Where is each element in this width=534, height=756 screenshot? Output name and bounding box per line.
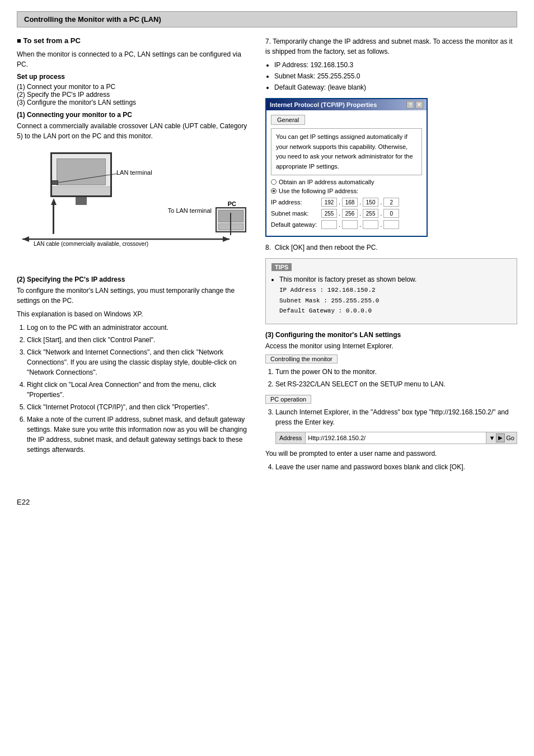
section2-note: This explanation is based on Windows XP. bbox=[17, 309, 252, 319]
step-1: Log on to the PC with an administrator a… bbox=[27, 323, 252, 333]
section1-body: Connect a commercially available crossov… bbox=[17, 121, 252, 141]
lan-terminal-label: LAN terminal bbox=[116, 169, 152, 176]
pc-step-3: Launch Internet Explorer, in the "Addres… bbox=[275, 407, 517, 444]
bullet-ip: IP Address: 192.168.150.3 bbox=[274, 60, 517, 70]
ip-octet-3[interactable]: 150 bbox=[363, 198, 378, 207]
address-bar[interactable]: Address Http://192.168.150.2/ ▼ ▶ Go bbox=[275, 432, 517, 444]
left-column: ■ To set from a PC When the monitor is c… bbox=[17, 36, 252, 475]
ip-input[interactable]: 192 . 168 . 150 . 2 bbox=[321, 198, 399, 207]
step-6: Make a note of the current IP address, s… bbox=[27, 414, 252, 455]
page-header: Controlling the Monitor with a PC (LAN) bbox=[17, 11, 517, 27]
subnet-label: Subnet mask: bbox=[271, 210, 321, 217]
tips-bullet: This monitor is factory preset as shown … bbox=[279, 274, 511, 316]
pc-label: PC bbox=[228, 200, 236, 207]
connection-diagram: LAN terminal PC To L bbox=[17, 147, 252, 270]
ip-label: IP address: bbox=[271, 199, 321, 206]
vert-line-pc bbox=[230, 213, 231, 235]
setup-step-2: (2) Specify the PC's IP address bbox=[17, 91, 252, 99]
radio-auto-label: Obtain an IP address automatically bbox=[279, 179, 374, 185]
step-2: Click [Start], and then click "Control P… bbox=[27, 335, 252, 345]
svg-marker-4 bbox=[22, 236, 29, 242]
dialog-close-btn[interactable]: ✕ bbox=[415, 101, 423, 109]
step7-body: Temporarily change the IP address and su… bbox=[265, 38, 513, 55]
setup-process-heading: Set up process bbox=[17, 73, 252, 81]
setup-step-3: (3) Configure the monitor's LAN settings bbox=[17, 99, 252, 106]
step-5: Click "Internet Protocol (TCP/IP)", and … bbox=[27, 402, 252, 412]
setup-step-1: (1) Connect your monitor to a PC bbox=[17, 83, 252, 91]
address-input[interactable]: Http://192.168.150.2/ bbox=[306, 432, 486, 444]
section1-heading: (1) Connecting your monitor to a PC bbox=[17, 111, 252, 119]
tips-list: This monitor is factory preset as shown … bbox=[279, 274, 511, 316]
step8-text: 8. Click [OK] and then reboot the PC. bbox=[265, 242, 517, 253]
step4-list: Leave the user name and password boxes b… bbox=[275, 462, 517, 472]
step7-bullets: IP Address: 192.168.150.3 Subnet Mask: 2… bbox=[274, 60, 517, 92]
subnet-octet-4[interactable]: 0 bbox=[383, 209, 399, 218]
tips-label: TIPS bbox=[271, 263, 292, 271]
radio-manual[interactable]: Use the following IP address: bbox=[271, 188, 422, 194]
ip-address-field: IP address: 192 . 168 . 150 . 2 bbox=[271, 198, 422, 207]
gw-octet-1[interactable] bbox=[321, 220, 337, 229]
lan-terminal-line bbox=[50, 147, 174, 203]
to-set-heading: ■ To set from a PC bbox=[17, 36, 252, 45]
dialog-body: General You can get IP settings assigned… bbox=[266, 110, 427, 236]
radio-manual-label: Use the following IP address: bbox=[279, 188, 358, 194]
step4-prompt: You will be prompted to enter a user nam… bbox=[265, 449, 517, 459]
tips-ip: IP Address : 192.168.150.2 bbox=[279, 287, 376, 293]
intro-text: When the monitor is connected to a PC, L… bbox=[17, 49, 252, 69]
svg-line-0 bbox=[58, 174, 118, 183]
section2-heading: (2) Specifying the PC's IP address bbox=[17, 276, 252, 283]
subnet-input[interactable]: 255 . 256 . 255 . 0 bbox=[321, 209, 399, 218]
dialog-help-btn[interactable]: ? bbox=[406, 101, 414, 109]
section2-steps: Log on to the PC with an administrator a… bbox=[27, 323, 252, 455]
vert-line-monitor bbox=[53, 202, 54, 234]
pc-operation-box: PC operation bbox=[265, 395, 311, 404]
go-button[interactable]: ▶ bbox=[496, 433, 505, 442]
dialog-tab-general[interactable]: General bbox=[271, 115, 305, 125]
dialog-title-buttons: ? ✕ bbox=[406, 101, 423, 109]
pc-operation-label: PC operation bbox=[270, 396, 306, 403]
dialog-titlebar: Internet Protocol (TCP/IP) Properties ? … bbox=[266, 99, 427, 110]
subnet-octet-1[interactable]: 255 bbox=[321, 209, 337, 218]
address-label: Address bbox=[276, 432, 306, 444]
address-go-area[interactable]: ▼ ▶ Go bbox=[486, 432, 517, 444]
step7-text: 7. Temporarily change the IP address and… bbox=[265, 36, 517, 57]
step8-body: Click [OK] and then reboot the PC. bbox=[275, 244, 378, 251]
ip-octet-4[interactable]: 2 bbox=[383, 198, 399, 207]
ip-octet-2[interactable]: 168 bbox=[342, 198, 358, 207]
gw-octet-2[interactable] bbox=[342, 220, 358, 229]
section3-heading: (3) Configuring the monitor's LAN settin… bbox=[265, 331, 517, 339]
radio-auto[interactable]: Obtain an IP address automatically bbox=[271, 179, 422, 185]
svg-marker-2 bbox=[51, 198, 57, 205]
right-column: 7. Temporarily change the IP address and… bbox=[265, 36, 517, 475]
tips-gw: Default Gateway : 0.0.0.0 bbox=[279, 307, 372, 314]
radio-auto-circle bbox=[271, 179, 277, 185]
dropdown-arrow[interactable]: ▼ bbox=[489, 433, 495, 443]
gw-octet-4[interactable] bbox=[383, 220, 399, 229]
subnet-octet-3[interactable]: 255 bbox=[363, 209, 378, 218]
tips-box: TIPS This monitor is factory preset as s… bbox=[265, 258, 517, 324]
pc-step-3-text: Launch Internet Explorer, in the "Addres… bbox=[275, 408, 509, 426]
tcpip-dialog: Internet Protocol (TCP/IP) Properties ? … bbox=[265, 98, 428, 237]
ip-octet-1[interactable]: 192 bbox=[321, 198, 337, 207]
section3-body: Access the monitor using Internet Explor… bbox=[265, 341, 517, 351]
gw-octet-3[interactable] bbox=[363, 220, 378, 229]
subnet-field: Subnet mask: 255 . 256 . 255 . 0 bbox=[271, 209, 422, 218]
arrow-up bbox=[48, 197, 59, 236]
radio-manual-circle bbox=[271, 188, 277, 194]
pc-operation-steps: Launch Internet Explorer, in the "Addres… bbox=[275, 407, 517, 444]
dialog-description: You can get IP settings assigned automat… bbox=[276, 133, 413, 170]
ctrl-step-2: Set RS-232C/LAN SELECT on the SETUP menu… bbox=[275, 379, 517, 389]
page-title: Controlling the Monitor with a PC (LAN) bbox=[24, 15, 161, 24]
subnet-octet-2[interactable]: 256 bbox=[342, 209, 358, 218]
controlling-monitor-steps: Turn the power ON to the monitor. Set RS… bbox=[275, 367, 517, 389]
to-lan-label: To LAN terminal bbox=[168, 207, 212, 214]
gateway-input[interactable]: . . . bbox=[321, 220, 399, 229]
step-3: Click "Network and Internet Connections"… bbox=[27, 347, 252, 377]
go-label: Go bbox=[506, 433, 514, 443]
dialog-description-section: You can get IP settings assigned automat… bbox=[271, 128, 422, 175]
ctrl-step-1: Turn the power ON to the monitor. bbox=[275, 367, 517, 377]
tips-bullet-text: This monitor is factory preset as shown … bbox=[279, 276, 416, 283]
controlling-monitor-box: Controlling the monitor bbox=[265, 354, 338, 363]
dialog-title: Internet Protocol (TCP/IP) Properties bbox=[270, 101, 377, 108]
step-4: Right click on "Local Area Connection" a… bbox=[27, 380, 252, 400]
